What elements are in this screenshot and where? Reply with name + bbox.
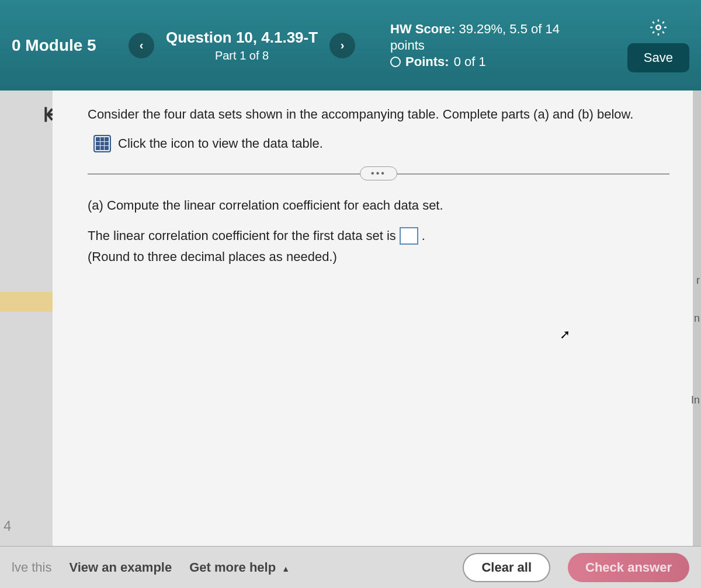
answer-prefix: The linear correlation coefficient for t… (88, 228, 396, 243)
score-block: HW Score: 39.29%, 5.5 of 14 points Point… (390, 22, 560, 69)
prev-question-button[interactable]: ‹ (129, 33, 154, 58)
header-right-controls: Save (627, 19, 689, 72)
rounding-hint: (Round to three decimal places as needed… (88, 249, 669, 265)
points-line: Points: 0 of 1 (390, 54, 560, 69)
solve-this-link[interactable]: lve this (12, 560, 51, 575)
get-help-link[interactable]: Get more help ▲ (189, 560, 290, 575)
view-example-link[interactable]: View an example (69, 560, 172, 575)
question-title: Question 10, 4.1.39-T (166, 29, 318, 47)
data-link-text: Click the icon to view the data table. (118, 136, 323, 151)
right-mark-3: In (691, 394, 700, 406)
hw-score-label: HW Score: (390, 22, 455, 36)
right-mark-1: r (696, 274, 700, 287)
check-answer-button[interactable]: Check answer (568, 553, 689, 582)
question-info: Question 10, 4.1.39-T Part 1 of 8 (166, 29, 318, 62)
circle-icon (390, 57, 401, 67)
left-rail: 4 (0, 91, 53, 546)
points-value: 0 of 1 (454, 54, 486, 69)
clear-all-button[interactable]: Clear all (463, 553, 550, 582)
answer-line: The linear correlation coefficient for t… (88, 227, 669, 245)
body-area: 4 Consider the four data sets shown in t… (0, 91, 701, 546)
get-help-text: Get more help (189, 560, 276, 575)
chevron-right-icon: › (341, 39, 345, 52)
right-rail: r n In (693, 91, 701, 546)
highlight-stripe (0, 292, 53, 312)
hw-score-value: 39.29%, 5.5 of 14 (459, 22, 559, 36)
left-number: 4 (4, 518, 11, 534)
answer-suffix: . (422, 228, 425, 243)
instruction-text: Consider the four data sets shown in the… (88, 107, 669, 122)
footer-bar: lve this View an example Get more help ▲… (0, 546, 701, 588)
gear-icon[interactable] (650, 19, 667, 36)
question-content: Consider the four data sets shown in the… (53, 91, 693, 546)
table-icon (93, 135, 111, 152)
chevron-left-icon: ‹ (140, 39, 144, 52)
next-question-button[interactable]: › (329, 33, 355, 58)
points-word: points (390, 38, 560, 53)
question-part: Part 1 of 8 (166, 49, 318, 62)
divider: ••• (88, 173, 669, 175)
hw-score-line: HW Score: 39.29%, 5.5 of 14 (390, 22, 560, 37)
save-button[interactable]: Save (627, 43, 689, 72)
svg-point-0 (656, 25, 661, 30)
part-a-text: (a) Compute the linear correlation coeff… (88, 198, 669, 213)
right-mark-2: n (694, 312, 700, 325)
view-data-table-link[interactable]: Click the icon to view the data table. (93, 135, 669, 152)
header-bar: 0 Module 5 ‹ Question 10, 4.1.39-T Part … (0, 0, 701, 91)
expand-button[interactable]: ••• (360, 166, 397, 180)
points-label: Points: (405, 54, 449, 69)
module-title: 0 Module 5 (12, 36, 117, 55)
answer-input[interactable] (400, 227, 418, 245)
caret-up-icon: ▲ (282, 564, 290, 573)
cursor-icon: ➚ (560, 327, 570, 342)
